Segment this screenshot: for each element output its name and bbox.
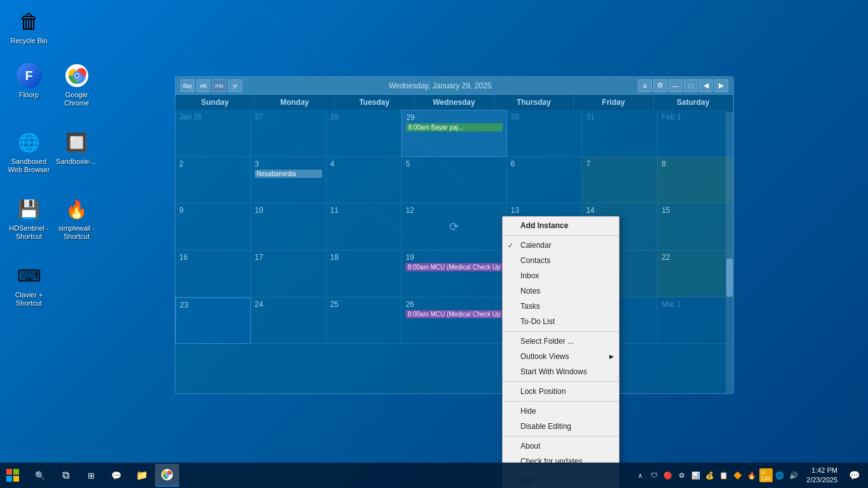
cal-cell-23[interactable]: 23 [175, 297, 251, 344]
desktop-icon-floorp[interactable]: F Floorp [5, 60, 53, 102]
taskbar: 🔍 ⧉ ⊞ 💬 📁 ∧ 🛡 🔴 ⚙ 📊 💰 📋 🔶 🔥 [0, 463, 868, 488]
cal-more-btn[interactable]: □ [684, 79, 698, 92]
cal-cell[interactable]: 6 [507, 157, 583, 204]
cal-settings-btn[interactable]: ⚙ [653, 79, 667, 92]
svg-point-6 [75, 74, 79, 78]
sandboxed-icon: 🌐 [17, 130, 42, 155]
cal-cell[interactable]: 30 [507, 110, 583, 157]
tray-misc4-icon[interactable]: 📋 [717, 464, 730, 487]
cal-event-mcu2: 8:00am MCU (Medical Check Up [405, 310, 502, 318]
cal-agenda-btn[interactable]: ≡ [638, 79, 652, 92]
cal-cell[interactable]: Feb 1 [658, 110, 733, 157]
cal-cell[interactable]: 10 [251, 203, 327, 250]
ctx-notes[interactable]: Notes [503, 283, 619, 299]
notification-center-btn[interactable]: 💬 [844, 464, 864, 487]
cal-year-view-btn[interactable]: yr [228, 79, 242, 92]
desktop-icon-chrome[interactable]: Google Chrome [53, 60, 100, 110]
tray-volume-icon[interactable]: 🔊 [787, 464, 800, 487]
cal-cell[interactable]: 5 [402, 157, 506, 204]
system-tray: ∧ 🛡 🔴 ⚙ 📊 💰 📋 🔶 🔥 U: 133 🌐 🔊 1:42 PM 2/2… [630, 464, 868, 487]
cal-minimize-btn[interactable]: — [668, 79, 682, 92]
ctx-separator [503, 331, 619, 332]
cal-next-btn[interactable]: ▶ [714, 79, 728, 92]
taskbar-widgets-btn[interactable]: ⊞ [79, 464, 103, 487]
desktop-icon-sandboxed[interactable]: 🌐 Sandboxed Web Browser [5, 127, 53, 177]
tray-misc6-icon[interactable]: 🔥 [745, 464, 758, 487]
taskbar-file-explorer-btn[interactable]: 📁 [130, 464, 154, 487]
cal-cell[interactable]: 8 [658, 157, 733, 204]
cal-cell[interactable]: 11 [327, 203, 402, 250]
svg-rect-10 [13, 476, 19, 482]
ctx-about[interactable]: About [503, 438, 619, 454]
taskbar-chrome-btn[interactable] [155, 464, 179, 487]
tray-counter-badge[interactable]: U: 133 [759, 464, 772, 487]
cal-cell[interactable]: 18 [327, 250, 402, 297]
start-button[interactable] [0, 463, 25, 488]
calendar-title: Wednesday, January 29, 2025 [242, 81, 638, 90]
cal-month-view-btn[interactable]: mo [212, 79, 226, 92]
ctx-separator [503, 436, 619, 437]
cal-week-view-btn[interactable]: wk [196, 79, 210, 92]
tray-security-icon[interactable]: 🛡 [648, 464, 660, 487]
cal-cell-jan29[interactable]: 29 8:00am Bayar paj... [402, 110, 506, 157]
ctx-todo[interactable]: To-Do List [503, 314, 619, 329]
tray-misc3-icon[interactable]: 💰 [703, 464, 716, 487]
desktop-icon-recycle[interactable]: 🗑 Recycle Bin [5, 6, 53, 48]
ctx-lock-position[interactable]: Lock Position [503, 384, 619, 399]
cal-prev-btn[interactable]: ◀ [699, 79, 713, 92]
taskbar-task-view-btn[interactable]: ⧉ [53, 464, 78, 487]
ctx-disable-editing[interactable]: Disable Editing [503, 419, 619, 434]
taskbar-search-btn[interactable]: 🔍 [28, 464, 52, 487]
cal-cell-12[interactable]: 12 ⟳ [402, 203, 506, 250]
calendar-scrollbar[interactable] [726, 112, 733, 393]
ctx-separator [503, 381, 619, 382]
cal-cell[interactable]: 9 [175, 203, 251, 250]
cal-cell[interactable]: 15 [658, 203, 733, 250]
cal-cell-3[interactable]: 3 Nesabamedia [251, 157, 327, 204]
ctx-select-folder[interactable]: Select Folder ... [503, 334, 619, 349]
chrome-taskbar-icon [161, 469, 173, 480]
cal-cell-26[interactable]: 26 8:00am MCU (Medical Check Up [402, 297, 506, 344]
sandboxie-label: Sandboxie-... [56, 158, 97, 166]
cal-cell[interactable]: 27 [251, 110, 327, 157]
ctx-add-instance[interactable]: Add Instance [503, 218, 619, 233]
cal-cell[interactable]: 2 [175, 157, 251, 204]
desktop-icon-hdsentinel[interactable]: 💾 HDSentinel - Shortcut [5, 194, 53, 243]
tray-show-hidden-btn[interactable]: ∧ [634, 464, 646, 487]
cal-cell[interactable]: 25 [327, 297, 402, 344]
taskbar-teams-btn[interactable]: 💬 [104, 464, 128, 487]
tray-misc1-icon[interactable]: ⚙ [675, 464, 688, 487]
ctx-outlook-views[interactable]: Outlook Views [503, 349, 619, 364]
calendar-controls: ≡ ⚙ — □ ◀ ▶ [638, 79, 728, 92]
desktop-icon-clavier[interactable]: ⌨ Clavier + Shortcut [5, 261, 53, 310]
cal-cell[interactable]: 22 [658, 250, 733, 297]
cal-cell[interactable]: Jan 26 [175, 110, 251, 157]
system-clock[interactable]: 1:42 PM 2/23/2025 [801, 466, 843, 485]
cal-cell[interactable]: Mar 1 [658, 297, 733, 344]
ctx-hide[interactable]: Hide [503, 403, 619, 419]
cal-cell[interactable]: 31 [582, 110, 658, 157]
tray-misc5-icon[interactable]: 🔶 [731, 464, 744, 487]
desktop-icon-simplewall[interactable]: 🔥 simplewall - Shortcut [53, 194, 100, 243]
hdsentinel-icon: 💾 [17, 196, 42, 222]
ctx-tasks[interactable]: Tasks [503, 299, 619, 314]
desktop-icon-sandboxie[interactable]: 🔲 Sandboxie-... [53, 127, 100, 168]
cal-cell[interactable]: 28 [327, 110, 402, 157]
ctx-inbox[interactable]: Inbox [503, 268, 619, 283]
calendar-widget: day wk mo yr Wednesday, January 29, 2025… [175, 76, 734, 394]
cal-cell[interactable]: 4 [327, 157, 402, 204]
scrollbar-thumb[interactable] [726, 259, 733, 297]
floorp-label: Floorp [19, 91, 39, 99]
tray-virus-icon[interactable]: 🔴 [661, 464, 674, 487]
cal-cell[interactable]: 16 [175, 250, 251, 297]
tray-network-icon[interactable]: 🌐 [773, 464, 786, 487]
ctx-start-windows[interactable]: Start With Windows [503, 364, 619, 379]
cal-day-view-btn[interactable]: day [180, 79, 194, 92]
ctx-calendar[interactable]: Calendar [503, 238, 619, 253]
tray-misc2-icon[interactable]: 📊 [689, 464, 702, 487]
cal-cell[interactable]: 7 [582, 157, 658, 204]
cal-cell[interactable]: 17 [251, 250, 327, 297]
cal-cell-19[interactable]: 19 8:00am MCU (Medical Check Up [402, 250, 506, 297]
cal-cell[interactable]: 24 [251, 297, 327, 344]
ctx-contacts[interactable]: Contacts [503, 253, 619, 268]
